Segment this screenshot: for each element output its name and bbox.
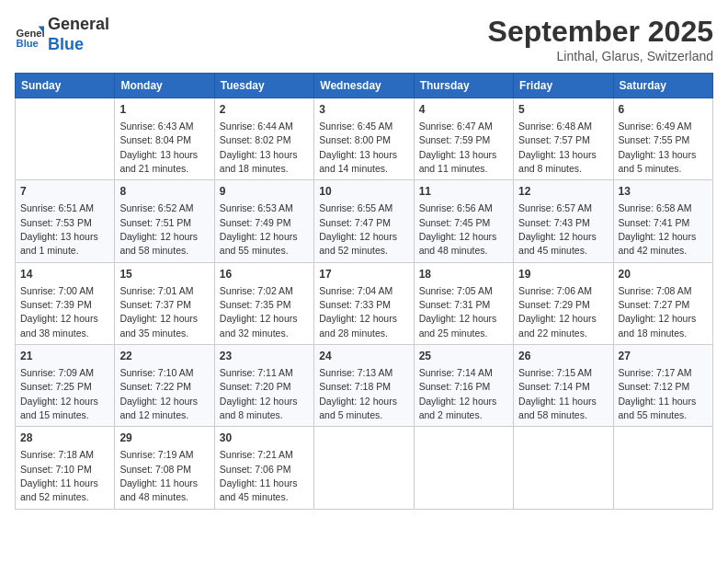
calendar-cell: 27Sunrise: 7:17 AM Sunset: 7:12 PM Dayli… bbox=[613, 345, 712, 427]
day-info: Sunrise: 7:06 AM Sunset: 7:29 PM Dayligh… bbox=[518, 285, 597, 339]
day-info: Sunrise: 7:08 AM Sunset: 7:27 PM Dayligh… bbox=[619, 285, 697, 339]
calendar-cell: 11Sunrise: 6:56 AM Sunset: 7:45 PM Dayli… bbox=[414, 180, 513, 262]
calendar-cell: 5Sunrise: 6:48 AM Sunset: 7:57 PM Daylig… bbox=[514, 98, 613, 180]
calendar-cell: 24Sunrise: 7:13 AM Sunset: 7:18 PM Dayli… bbox=[314, 345, 414, 427]
day-info: Sunrise: 6:49 AM Sunset: 7:55 PM Dayligh… bbox=[619, 121, 697, 174]
day-info: Sunrise: 6:53 AM Sunset: 7:49 PM Dayligh… bbox=[220, 202, 298, 256]
day-number: 19 bbox=[518, 267, 608, 282]
calendar-cell: 14Sunrise: 7:00 AM Sunset: 7:39 PM Dayli… bbox=[16, 262, 115, 344]
day-info: Sunrise: 7:04 AM Sunset: 7:33 PM Dayligh… bbox=[319, 285, 397, 339]
calendar-cell bbox=[414, 427, 513, 509]
calendar-week-5: 28Sunrise: 7:18 AM Sunset: 7:10 PM Dayli… bbox=[16, 427, 713, 509]
day-number: 16 bbox=[220, 267, 309, 282]
day-info: Sunrise: 6:51 AM Sunset: 7:53 PM Dayligh… bbox=[20, 202, 98, 256]
day-number: 23 bbox=[220, 349, 309, 364]
day-number: 20 bbox=[619, 267, 708, 282]
day-info: Sunrise: 6:52 AM Sunset: 7:51 PM Dayligh… bbox=[119, 202, 198, 256]
day-number: 30 bbox=[220, 431, 309, 446]
weekday-header-saturday: Saturday bbox=[613, 74, 712, 98]
day-number: 9 bbox=[220, 184, 309, 200]
day-number: 13 bbox=[619, 184, 708, 200]
day-info: Sunrise: 6:45 AM Sunset: 8:00 PM Dayligh… bbox=[319, 121, 397, 174]
day-number: 29 bbox=[119, 431, 209, 446]
day-number: 4 bbox=[419, 102, 508, 118]
calendar-cell: 7Sunrise: 6:51 AM Sunset: 7:53 PM Daylig… bbox=[16, 180, 115, 262]
calendar-table: SundayMondayTuesdayWednesdayThursdayFrid… bbox=[15, 73, 713, 510]
day-number: 7 bbox=[20, 184, 109, 200]
weekday-header-monday: Monday bbox=[115, 74, 214, 98]
calendar-cell: 23Sunrise: 7:11 AM Sunset: 7:20 PM Dayli… bbox=[214, 345, 313, 427]
day-info: Sunrise: 6:55 AM Sunset: 7:47 PM Dayligh… bbox=[319, 202, 397, 256]
day-info: Sunrise: 7:00 AM Sunset: 7:39 PM Dayligh… bbox=[20, 285, 98, 339]
day-number: 15 bbox=[119, 267, 209, 282]
day-info: Sunrise: 6:44 AM Sunset: 8:02 PM Dayligh… bbox=[220, 121, 298, 174]
calendar-cell: 3Sunrise: 6:45 AM Sunset: 8:00 PM Daylig… bbox=[314, 98, 414, 180]
calendar-cell: 22Sunrise: 7:10 AM Sunset: 7:22 PM Dayli… bbox=[115, 345, 214, 427]
day-info: Sunrise: 6:48 AM Sunset: 7:57 PM Dayligh… bbox=[518, 121, 597, 174]
day-number: 11 bbox=[419, 184, 508, 200]
day-number: 17 bbox=[319, 267, 408, 282]
day-number: 10 bbox=[319, 184, 408, 200]
day-info: Sunrise: 6:56 AM Sunset: 7:45 PM Dayligh… bbox=[419, 202, 497, 256]
calendar-cell: 25Sunrise: 7:14 AM Sunset: 7:16 PM Dayli… bbox=[414, 345, 513, 427]
calendar-cell: 4Sunrise: 6:47 AM Sunset: 7:59 PM Daylig… bbox=[414, 98, 513, 180]
day-number: 12 bbox=[518, 184, 608, 200]
calendar-cell: 6Sunrise: 6:49 AM Sunset: 7:55 PM Daylig… bbox=[613, 98, 712, 180]
calendar-cell: 19Sunrise: 7:06 AM Sunset: 7:29 PM Dayli… bbox=[514, 262, 613, 344]
calendar-week-3: 14Sunrise: 7:00 AM Sunset: 7:39 PM Dayli… bbox=[16, 262, 713, 344]
page-header: General Blue General Blue September 2025… bbox=[15, 15, 713, 63]
logo-line1: General bbox=[48, 15, 109, 35]
day-info: Sunrise: 7:18 AM Sunset: 7:10 PM Dayligh… bbox=[20, 449, 98, 502]
day-info: Sunrise: 6:47 AM Sunset: 7:59 PM Dayligh… bbox=[419, 121, 497, 174]
day-info: Sunrise: 7:13 AM Sunset: 7:18 PM Dayligh… bbox=[319, 367, 397, 420]
logo: General Blue General Blue bbox=[15, 15, 109, 54]
day-info: Sunrise: 7:05 AM Sunset: 7:31 PM Dayligh… bbox=[419, 285, 497, 339]
day-info: Sunrise: 7:01 AM Sunset: 7:37 PM Dayligh… bbox=[119, 285, 198, 339]
day-number: 6 bbox=[619, 102, 708, 118]
calendar-cell: 1Sunrise: 6:43 AM Sunset: 8:04 PM Daylig… bbox=[115, 98, 214, 180]
day-number: 27 bbox=[619, 349, 708, 364]
day-info: Sunrise: 7:10 AM Sunset: 7:22 PM Dayligh… bbox=[119, 367, 198, 420]
calendar-cell: 8Sunrise: 6:52 AM Sunset: 7:51 PM Daylig… bbox=[115, 180, 214, 262]
day-info: Sunrise: 7:11 AM Sunset: 7:20 PM Dayligh… bbox=[220, 367, 298, 420]
weekday-header-sunday: Sunday bbox=[16, 74, 115, 98]
day-number: 8 bbox=[119, 184, 209, 200]
logo-line2: Blue bbox=[48, 35, 109, 55]
weekday-header-thursday: Thursday bbox=[414, 74, 513, 98]
calendar-cell bbox=[16, 98, 115, 180]
day-number: 21 bbox=[20, 349, 109, 364]
day-info: Sunrise: 7:14 AM Sunset: 7:16 PM Dayligh… bbox=[419, 367, 497, 420]
calendar-cell: 21Sunrise: 7:09 AM Sunset: 7:25 PM Dayli… bbox=[16, 345, 115, 427]
day-number: 28 bbox=[20, 431, 109, 446]
calendar-week-2: 7Sunrise: 6:51 AM Sunset: 7:53 PM Daylig… bbox=[16, 180, 713, 262]
day-info: Sunrise: 7:21 AM Sunset: 7:06 PM Dayligh… bbox=[220, 449, 298, 502]
day-number: 25 bbox=[419, 349, 508, 364]
calendar-cell: 13Sunrise: 6:58 AM Sunset: 7:41 PM Dayli… bbox=[613, 180, 712, 262]
day-info: Sunrise: 7:09 AM Sunset: 7:25 PM Dayligh… bbox=[20, 367, 98, 420]
weekday-header-tuesday: Tuesday bbox=[214, 74, 313, 98]
weekday-header-wednesday: Wednesday bbox=[314, 74, 414, 98]
day-number: 18 bbox=[419, 267, 508, 282]
svg-text:Blue: Blue bbox=[17, 37, 39, 48]
day-number: 5 bbox=[518, 102, 608, 118]
calendar-cell: 16Sunrise: 7:02 AM Sunset: 7:35 PM Dayli… bbox=[214, 262, 313, 344]
weekday-header-friday: Friday bbox=[514, 74, 613, 98]
calendar-cell bbox=[514, 427, 613, 509]
calendar-cell: 17Sunrise: 7:04 AM Sunset: 7:33 PM Dayli… bbox=[314, 262, 414, 344]
calendar-cell: 18Sunrise: 7:05 AM Sunset: 7:31 PM Dayli… bbox=[414, 262, 513, 344]
day-info: Sunrise: 7:02 AM Sunset: 7:35 PM Dayligh… bbox=[220, 285, 298, 339]
day-info: Sunrise: 7:19 AM Sunset: 7:08 PM Dayligh… bbox=[119, 449, 198, 502]
calendar-cell: 28Sunrise: 7:18 AM Sunset: 7:10 PM Dayli… bbox=[16, 427, 115, 509]
day-number: 22 bbox=[119, 349, 209, 364]
day-number: 2 bbox=[220, 102, 309, 118]
month-title: September 2025 bbox=[488, 15, 713, 49]
day-number: 3 bbox=[319, 102, 408, 118]
calendar-week-4: 21Sunrise: 7:09 AM Sunset: 7:25 PM Dayli… bbox=[16, 345, 713, 427]
calendar-cell: 10Sunrise: 6:55 AM Sunset: 7:47 PM Dayli… bbox=[314, 180, 414, 262]
calendar-cell: 30Sunrise: 7:21 AM Sunset: 7:06 PM Dayli… bbox=[214, 427, 313, 509]
day-number: 1 bbox=[119, 102, 209, 118]
calendar-cell bbox=[613, 427, 712, 509]
calendar-cell: 15Sunrise: 7:01 AM Sunset: 7:37 PM Dayli… bbox=[115, 262, 214, 344]
calendar-cell: 9Sunrise: 6:53 AM Sunset: 7:49 PM Daylig… bbox=[214, 180, 313, 262]
location-subtitle: Linthal, Glarus, Switzerland bbox=[488, 49, 713, 63]
